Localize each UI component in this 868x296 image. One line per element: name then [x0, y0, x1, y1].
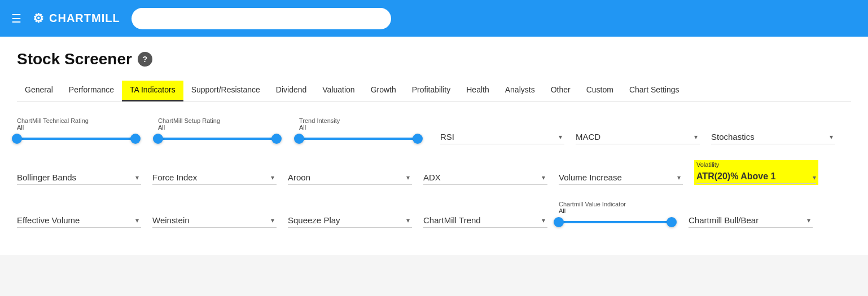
tab-support-resistance[interactable]: Support/Resistance: [183, 81, 268, 101]
dropdown-adx: ADX: [423, 170, 547, 185]
tab-general[interactable]: General: [17, 81, 61, 101]
page-title: Stock Screener: [17, 50, 132, 68]
dropdown-weinstein: Weinstein: [152, 213, 277, 228]
filter-row-1: ChartMill Technical Rating All ChartMill…: [17, 117, 851, 144]
aroon-select[interactable]: Aroon: [288, 170, 412, 185]
gear-icon: ⚙: [33, 11, 45, 26]
dropdown-bollinger: Bollinger Bands: [17, 170, 141, 185]
dropdown-rsi: RSI: [440, 130, 564, 144]
tab-chart-settings[interactable]: Chart Settings: [621, 81, 687, 101]
dropdown-aroon: Aroon: [288, 170, 412, 185]
search-input[interactable]: [131, 8, 391, 29]
tab-performance[interactable]: Performance: [61, 81, 122, 101]
tab-health[interactable]: Health: [458, 81, 497, 101]
tab-analysts[interactable]: Analysts: [497, 81, 543, 101]
squeeze-play-select[interactable]: Squeeze Play: [288, 213, 412, 228]
dropdown-effective-volume: Effective Volume: [17, 213, 141, 228]
tab-growth[interactable]: Growth: [363, 81, 404, 101]
logo: ⚙ CHARTMILL: [33, 11, 120, 26]
tab-valuation[interactable]: Valuation: [314, 81, 362, 101]
rsi-select[interactable]: RSI: [440, 130, 564, 144]
tab-dividend[interactable]: Dividend: [268, 81, 314, 101]
tab-other[interactable]: Other: [543, 81, 578, 101]
filter-row-3: Effective Volume Weinstein Squeeze Play …: [17, 201, 851, 228]
slider-cm-setup: ChartMill Setup Rating All: [158, 117, 277, 144]
force-index-select[interactable]: Force Index: [152, 170, 277, 185]
macd-select[interactable]: MACD: [576, 130, 700, 144]
dropdown-volatility-atr: Volatility ATR(20)% Above 1: [694, 160, 818, 185]
dropdown-chartmill-trend: ChartMill Trend: [423, 213, 547, 228]
volatility-atr-select[interactable]: ATR(20)% Above 1: [696, 169, 816, 184]
tab-profitability[interactable]: Profitability: [404, 81, 458, 101]
volatility-label: Volatility: [696, 161, 816, 168]
dropdown-macd: MACD: [576, 130, 700, 144]
logo-text: CHARTMILL: [49, 12, 120, 25]
slider-cm-technical: ChartMill Technical Rating All: [17, 117, 135, 144]
stochastics-select[interactable]: Stochastics: [711, 130, 835, 144]
help-icon[interactable]: ?: [138, 52, 152, 67]
volume-increase-select[interactable]: Volume Increase: [559, 170, 683, 185]
dropdown-force-index: Force Index: [152, 170, 277, 185]
dropdown-squeeze-play: Squeeze Play: [288, 213, 412, 228]
slider-cm-value-value: All: [559, 207, 672, 214]
chartmill-trend-select[interactable]: ChartMill Trend: [423, 213, 547, 228]
dropdown-chartmill-bullbear: Chartmill Bull/Bear: [689, 213, 813, 228]
dropdown-stochastics: Stochastics: [711, 130, 835, 144]
slider-trend-intensity-label: Trend Intensity: [299, 117, 418, 124]
slider-cm-setup-value: All: [158, 124, 277, 131]
slider-cm-technical-label: ChartMill Technical Rating: [17, 117, 135, 124]
slider-cm-setup-label: ChartMill Setup Rating: [158, 117, 277, 124]
menu-icon[interactable]: ☰: [11, 12, 21, 25]
slider-cm-value: Chartmill Value Indicator All: [559, 201, 672, 228]
chartmill-bullbear-select[interactable]: Chartmill Bull/Bear: [689, 213, 813, 228]
dropdown-volume-increase: Volume Increase: [559, 170, 683, 185]
tab-ta-indicators[interactable]: TA Indicators: [122, 81, 183, 101]
tab-custom[interactable]: Custom: [578, 81, 621, 101]
filter-row-2: Bollinger Bands Force Index Aroon ADX: [17, 160, 851, 185]
header: ☰ ⚙ CHARTMILL: [0, 0, 868, 37]
adx-select[interactable]: ADX: [423, 170, 547, 185]
weinstein-select[interactable]: Weinstein: [152, 213, 277, 228]
effective-volume-select[interactable]: Effective Volume: [17, 213, 141, 228]
main-content: Stock Screener ? General Performance TA …: [0, 37, 868, 255]
slider-trend-intensity-value: All: [299, 124, 418, 131]
bollinger-select[interactable]: Bollinger Bands: [17, 170, 141, 185]
tab-bar: General Performance TA Indicators Suppor…: [17, 81, 851, 101]
page-title-row: Stock Screener ?: [17, 50, 851, 68]
slider-cm-value-label: Chartmill Value Indicator: [559, 201, 672, 207]
slider-cm-technical-value: All: [17, 124, 135, 131]
slider-trend-intensity: Trend Intensity All: [299, 117, 418, 144]
